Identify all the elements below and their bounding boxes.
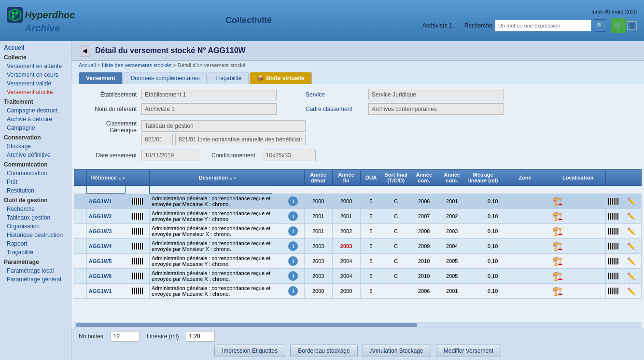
back-button[interactable]: ◀ [79, 45, 90, 56]
btn-modifier[interactable]: Modifier Versement [436, 345, 501, 357]
row-edit[interactable]: ✏️ [625, 239, 642, 254]
row-barcode2[interactable] [606, 194, 625, 209]
th-description[interactable]: Description ▲▼ [149, 170, 286, 186]
table-row[interactable]: AGG1W6 Administration générale : corresp… [74, 269, 642, 284]
th-reference[interactable]: Référence ▲▼ [86, 170, 130, 186]
page-header: ◀ Détail du versement stocké N° AGG110W [71, 41, 644, 61]
logo-area: Hyperdhoc Archive [7, 7, 75, 34]
row-edit[interactable]: ✏️ [625, 284, 642, 299]
sidebar-item-restitution[interactable]: Restitution [0, 186, 71, 195]
tabs: Versement Données complémentaires Traçab… [71, 69, 644, 84]
sidebar-item-organisation[interactable]: Organisation [0, 222, 71, 231]
row-desc: Administration générale : correspondance… [149, 269, 286, 284]
search-button[interactable]: 🔍 [594, 19, 606, 32]
sidebar-item-versement-attente[interactable]: Versement en attente [0, 62, 71, 70]
row-barcode2[interactable] [606, 254, 625, 269]
horizontal-scrollbar[interactable] [74, 322, 642, 328]
sidebar-item-param-local[interactable]: Paramétrage local [0, 266, 71, 275]
search-input[interactable] [495, 20, 591, 31]
sidebar-item-versement-stocke[interactable]: Versement stocké [0, 88, 71, 97]
row-info-icon[interactable]: i [286, 254, 304, 269]
row-barcode2[interactable] [606, 269, 625, 284]
sidebar-item-stockage[interactable]: Stockage [0, 142, 71, 151]
sidebar-item-versement-valide[interactable]: Versement validé [0, 79, 71, 88]
bottom-bar: Nb boites Linéaire (ml) Impression Etiqu… [71, 328, 644, 360]
sidebar-item-tracabilite[interactable]: Traçabilité [0, 248, 71, 257]
row-ref: AGG1W2 [86, 209, 130, 224]
row-barcode[interactable] [130, 224, 149, 239]
row-annee-fin: 2000 [332, 194, 360, 209]
sidebar-item-historique[interactable]: Historique destruction [0, 231, 71, 239]
row-info-icon[interactable]: i [286, 269, 304, 284]
row-edit[interactable]: ✏️ [625, 224, 642, 239]
row-localisation: 🏗️ [550, 269, 606, 284]
sidebar-item-campagne-destruct[interactable]: Campagne destruct. [0, 106, 71, 115]
breadcrumb-current: Détail d'un versement stocké [178, 62, 246, 68]
sidebar-item-campagne[interactable]: Campagne [0, 124, 71, 132]
row-edit[interactable]: ✏️ [625, 209, 642, 224]
row-barcode2[interactable] [606, 209, 625, 224]
btn-impression[interactable]: Impression Etiquettes [214, 345, 285, 357]
row-info-icon[interactable]: i [286, 239, 304, 254]
filter-reference[interactable] [86, 186, 126, 194]
row-edit[interactable]: ✏️ [625, 194, 642, 209]
row-zone [500, 239, 550, 254]
tab-tracabilite[interactable]: Traçabilité [208, 72, 249, 84]
row-barcode[interactable] [130, 239, 149, 254]
sidebar-item-rapport[interactable]: Rapport [0, 239, 71, 248]
nb-boites-input[interactable] [111, 331, 140, 342]
sidebar-item-recherche[interactable]: Recherche [0, 205, 71, 213]
sidebar-item-accueil[interactable]: Accueil [0, 43, 71, 52]
row-barcode[interactable] [130, 209, 149, 224]
sidebar-item-communication[interactable]: Communication [0, 169, 71, 178]
cart-icon[interactable]: 🛒 [611, 18, 626, 33]
filter-description[interactable] [149, 186, 272, 194]
sidebar-item-archive-detruire[interactable]: Archive à détruire [0, 115, 71, 124]
table-row[interactable]: AGG1W2 Administration générale : corresp… [74, 209, 642, 224]
breadcrumb-home[interactable]: Accueil [79, 62, 96, 68]
row-barcode2[interactable] [606, 224, 625, 239]
row-sort: C [382, 224, 410, 239]
btn-annulation[interactable]: Annulation Stockage [363, 345, 431, 357]
row-barcode[interactable] [130, 269, 149, 284]
table-row[interactable]: AGG1W1 Administration générale : corresp… [74, 284, 642, 299]
btn-bordereau[interactable]: Bordereau stockage [290, 345, 357, 357]
row-barcode2[interactable] [606, 284, 625, 299]
table-row[interactable]: AGG1W4 Administration générale : corresp… [74, 239, 642, 254]
sidebar-item-versement-cours[interactable]: Versement en cours [0, 70, 71, 79]
main-content: ◀ Détail du versement stocké N° AGG110W … [71, 41, 644, 360]
row-desc: Administration générale : correspondance… [149, 239, 286, 254]
tab-versement[interactable]: Versement [79, 72, 123, 84]
row-info-icon[interactable]: i [286, 224, 304, 239]
row-zone [500, 194, 550, 209]
row-edit[interactable]: ✏️ [625, 254, 642, 269]
table-row[interactable]: AGG1W3 Administration générale : corresp… [74, 224, 642, 239]
row-info-icon[interactable]: i [286, 284, 304, 299]
classement-tableau-input [141, 120, 306, 132]
row-barcode[interactable] [130, 194, 149, 209]
row-desc: Administration générale : correspondance… [149, 224, 286, 239]
row-info-icon[interactable]: i [286, 194, 304, 209]
table-row[interactable]: AGG1W1 Administration générale : corresp… [74, 194, 642, 209]
sidebar-item-param-general[interactable]: Paramétrage général [0, 275, 71, 284]
cadre-label: Cadre classement [306, 106, 364, 112]
row-sort: C [382, 194, 410, 209]
table-row[interactable]: AGG1W5 Administration générale : corresp… [74, 254, 642, 269]
sidebar-item-pret[interactable]: Prêt [0, 178, 71, 186]
breadcrumb-list[interactable]: Liste des versements stockés [102, 62, 171, 68]
etablissement-input [141, 89, 277, 100]
row-edit[interactable]: ✏️ [625, 269, 642, 284]
row-barcode2[interactable] [606, 239, 625, 254]
table-scroll[interactable]: Référence ▲▼ Description ▲▼ Année début … [74, 169, 642, 322]
row-barcode[interactable] [130, 254, 149, 269]
tab-donnees[interactable]: Données complémentaires [124, 72, 207, 84]
row-localisation: 🏗️ [550, 239, 606, 254]
row-barcode[interactable] [130, 284, 149, 299]
lineaire-input[interactable] [186, 331, 215, 342]
row-info-icon[interactable]: i [286, 209, 304, 224]
sidebar-item-archive-definitive[interactable]: Archive définitive [0, 151, 71, 159]
sidebar-item-tableaux-gestion[interactable]: Tableaux gestion [0, 213, 71, 222]
palette-icon: 🏗️ [552, 226, 563, 236]
cadre-row: Cadre classement [306, 103, 504, 115]
tab-boite-virtuelle[interactable]: 📦 Boîte virtuelle [250, 72, 311, 84]
